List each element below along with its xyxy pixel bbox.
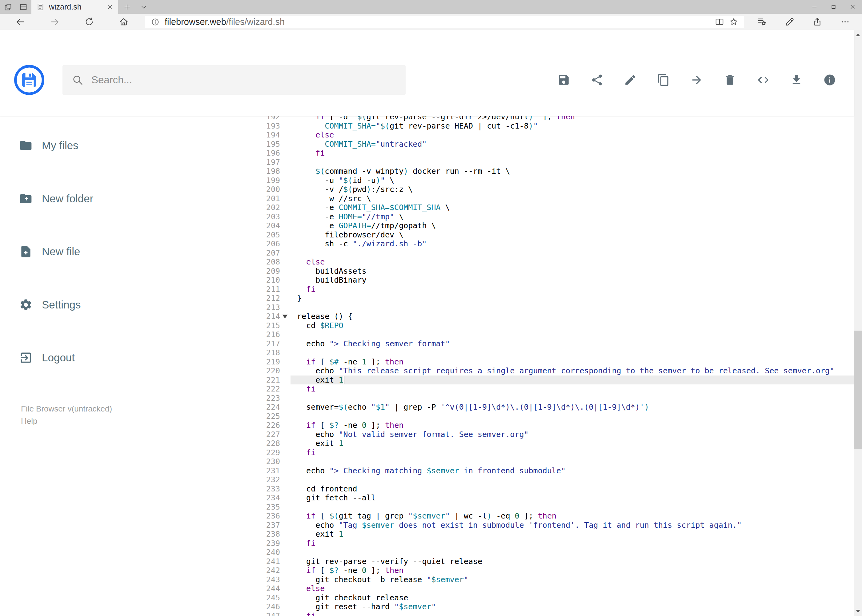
code-line[interactable]: 222 fi [124,384,854,394]
code-line[interactable]: 227 echo "Not valid semver format. See s… [124,430,854,439]
help-link[interactable]: Help [21,415,124,427]
site-info-icon[interactable] [151,17,160,27]
code-line[interactable]: 229 fi [124,448,854,457]
code-line[interactable]: 225 [124,412,854,421]
page-scrollbar[interactable] [854,30,862,616]
share-button[interactable] [804,14,831,30]
reading-view-icon[interactable] [715,17,724,27]
code-line[interactable]: 210 buildBinary [124,275,854,285]
code-line[interactable]: 197 [124,158,854,167]
code-line[interactable]: 195 COMMIT_SHA="untracked" [124,140,854,149]
code-line[interactable]: 243 git checkout -b release "$semver" [124,575,854,584]
scroll-up-arrow-icon[interactable] [854,30,862,40]
code-line[interactable]: 236 if [ $(git tag | grep "$semver" | wc… [124,511,854,521]
code-line[interactable]: 230 [124,457,854,466]
tab-close-icon[interactable] [107,4,113,11]
code-line[interactable]: 198 $(command -v winpty) docker run --rm… [124,167,854,176]
share-file-button[interactable] [591,74,604,86]
back-button[interactable] [3,14,38,30]
code-line[interactable]: 214release () { [124,312,854,321]
code-line[interactable]: 218 [124,348,854,357]
code-line[interactable]: 204 -e GOPATH=//tmp/gopath \ [124,221,854,230]
code-line[interactable]: 244 else [124,584,854,593]
sidebar-item-new-folder[interactable]: New folder [0,172,124,225]
code-line[interactable]: 226 if [ $? -ne 0 ]; then [124,421,854,430]
code-line[interactable]: 207 [124,248,854,258]
code-line[interactable]: 208 else [124,258,854,267]
rename-button[interactable] [624,74,637,86]
code-line[interactable]: 232 [124,475,854,484]
code-line[interactable]: 194 else [124,130,854,140]
code-line[interactable]: 212} [124,294,854,303]
code-line[interactable]: 228 exit 1 [124,439,854,448]
code-line[interactable]: 245 git checkout release [124,593,854,602]
code-line[interactable]: 220 echo "This release script requires a… [124,366,854,376]
forward-button[interactable] [38,14,72,30]
copy-button[interactable] [657,74,670,86]
code-line[interactable]: 219 if [ $# -ne 1 ]; then [124,357,854,366]
more-options-button[interactable] [831,14,859,30]
address-bar[interactable]: filebrowser.web/files/wizard.sh [145,16,744,28]
tab-preview-icon[interactable] [19,3,28,11]
home-button[interactable] [107,14,141,30]
code-line[interactable]: 215 cd $REPO [124,321,854,330]
maximize-button[interactable] [824,0,843,14]
sidebar-item-my-files[interactable]: My files [0,119,124,172]
code-line[interactable]: 239 fi [124,539,854,548]
close-window-button[interactable] [843,0,862,14]
filebrowser-logo-icon[interactable] [14,64,45,95]
code-line[interactable]: 224 semver=$(echo "$1" | grep -P '^v(0|[… [124,402,854,412]
hub-button[interactable] [748,14,776,30]
tab-preview-chevron[interactable] [136,0,151,14]
code-line[interactable]: 200 -v /$(pwd):/src:z \ [124,185,854,194]
search-box[interactable]: Search... [63,65,406,95]
set-aside-tabs-icon[interactable] [4,3,12,11]
sidebar-item-settings[interactable]: Settings [0,278,124,331]
new-tab-button[interactable] [118,0,136,14]
code-line[interactable]: 240 [124,548,854,557]
fold-arrow-icon[interactable] [280,312,290,321]
code-line[interactable]: 235 [124,503,854,512]
code-line[interactable]: 247 fi [124,611,854,616]
delete-button[interactable] [723,74,736,86]
code-line[interactable]: 209 buildAssets [124,267,854,276]
code-editor[interactable]: 192 if [ -d "$(git rev-parse --git-dir 2… [124,116,854,616]
code-line[interactable]: 246 git reset --hard "$semver" [124,602,854,611]
code-line[interactable]: 201 -w //src \ [124,194,854,203]
scroll-down-arrow-icon[interactable] [854,606,862,616]
code-line[interactable]: 242 if [ $? -ne 0 ]; then [124,566,854,575]
code-line[interactable]: 217 echo "> Checking semver format" [124,339,854,349]
minimize-button[interactable] [805,0,824,14]
code-line[interactable]: 206 sh -c "./wizard.sh -b" [124,239,854,248]
code-line[interactable]: 211 fi [124,285,854,294]
download-button[interactable] [790,74,803,86]
code-line[interactable]: 238 exit 1 [124,530,854,539]
code-line[interactable]: 203 -e HOME="//tmp" \ [124,212,854,222]
info-button[interactable] [823,74,836,86]
code-line[interactable]: 241 git rev-parse --verify --quiet relea… [124,557,854,566]
code-line[interactable]: 193 COMMIT_SHA="$(git rev-parse HEAD | c… [124,121,854,131]
sidebar-item-new-file[interactable]: New file [0,225,124,278]
refresh-button[interactable] [72,14,107,30]
code-line[interactable]: 221 exit 1 [124,376,854,385]
code-line[interactable]: 192 if [ -d "$(git rev-parse --git-dir 2… [124,116,854,121]
code-line[interactable]: 216 [124,330,854,339]
code-line[interactable]: 196 fi [124,149,854,158]
code-line[interactable]: 223 [124,394,854,403]
favorite-star-icon[interactable] [729,17,738,27]
browser-tab[interactable]: wizard.sh [32,0,118,14]
sidebar-item-logout[interactable]: Logout [0,331,124,384]
code-line[interactable]: 234 git fetch --all [124,493,854,503]
raw-code-button[interactable] [757,74,770,86]
code-line[interactable]: 213 [124,303,854,312]
save-button[interactable] [557,74,570,86]
scrollbar-thumb[interactable] [854,331,862,449]
move-button[interactable] [690,74,703,86]
web-note-button[interactable] [776,14,804,30]
code-line[interactable]: 237 echo "Tag $semver does not exist in … [124,521,854,530]
code-line[interactable]: 202 -e COMMIT_SHA=$COMMIT_SHA \ [124,203,854,212]
code-line[interactable]: 199 -u "$(id -u)" \ [124,176,854,185]
code-line[interactable]: 233 cd frontend [124,484,854,493]
code-line[interactable]: 205 filebrowser/dev \ [124,230,854,240]
code-line[interactable]: 231 echo "> Checking matching $semver in… [124,466,854,475]
